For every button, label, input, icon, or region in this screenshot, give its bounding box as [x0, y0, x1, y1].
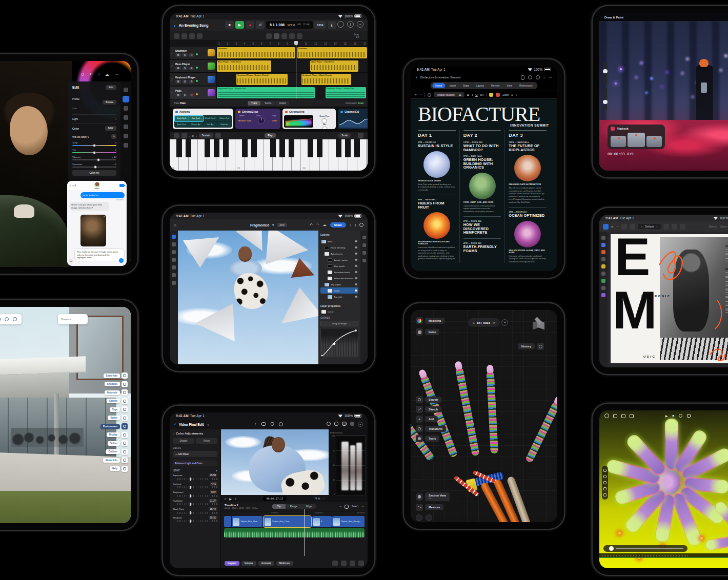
- decay-knob[interactable]: [321, 118, 327, 123]
- layer-row[interactable]: Noise blending: [320, 244, 358, 251]
- record-enable-button[interactable]: R: [189, 80, 194, 84]
- play-button[interactable]: ▶: [235, 21, 244, 29]
- record-enable-button[interactable]: R: [189, 53, 194, 57]
- track-pads[interactable]: 4 Pads MSR Keyboard Player - Simple Pad …: [170, 87, 368, 99]
- zoom-tool-icon[interactable]: [601, 293, 605, 297]
- power-icon[interactable]: [238, 111, 240, 113]
- browser-icon[interactable]: [334, 422, 338, 426]
- timeline-ruler[interactable]: 00:00:15 00:00:30 00:00:45: [221, 511, 368, 515]
- brightness-slider[interactable]: Brightness9.07: [173, 490, 217, 497]
- track-lane[interactable]: Keyboard Player - Broken Chords Keyboard…: [217, 73, 368, 86]
- region[interactable]: Drummer: [217, 47, 295, 58]
- track-header[interactable]: 1 Drummer MSR: [170, 47, 217, 59]
- solo-button[interactable]: S: [182, 80, 188, 84]
- cursor-tool-icon[interactable]: [621, 224, 627, 230]
- visibility-eye-icon[interactable]: [355, 296, 357, 298]
- record-enable-button[interactable]: R: [189, 67, 194, 70]
- color-mix-button[interactable]: Color mix: [72, 170, 116, 176]
- frame-thumbnail-current[interactable]: [628, 133, 645, 147]
- redo-icon[interactable]: ↷: [316, 223, 319, 227]
- shape-tool-icon[interactable]: [601, 272, 605, 276]
- mute-button[interactable]: M: [175, 93, 181, 97]
- layer-row[interactable]: Blue match: [320, 263, 358, 269]
- items-button[interactable]: Items: [416, 328, 439, 336]
- tab-insert[interactable]: Insert: [447, 83, 459, 88]
- curves-editor[interactable]: [320, 328, 358, 357]
- select-tool-icon[interactable]: [601, 236, 605, 240]
- transform-button[interactable]: Transform: [416, 425, 446, 432]
- masking-icon[interactable]: [124, 125, 128, 129]
- piano-keyboard[interactable]: C2 C3 C4: [170, 139, 368, 171]
- help-button[interactable]: Help: [110, 466, 128, 472]
- move-tool-icon[interactable]: [172, 235, 176, 239]
- preset-button[interactable]: Synth Pluck: [175, 122, 189, 128]
- presets-icon[interactable]: [124, 88, 128, 92]
- numbered-list-icon[interactable]: ≡: [516, 93, 518, 96]
- messages-window[interactable]: ‹ Joyce we've landed on Delivered Great!…: [67, 181, 127, 266]
- versions-icon[interactable]: [124, 143, 128, 148]
- history-icon[interactable]: [362, 259, 366, 262]
- curve-line[interactable]: [321, 328, 358, 357]
- crop-tool-icon[interactable]: [601, 279, 605, 283]
- color-section[interactable]: Color: [72, 127, 79, 130]
- minimize-icon[interactable]: −: [358, 422, 363, 427]
- frame-thumbnail[interactable]: [611, 136, 626, 147]
- wb-value[interactable]: As shot: [77, 135, 86, 138]
- octave-down-icon[interactable]: ‹: [189, 134, 190, 137]
- comments-icon[interactable]: [362, 251, 366, 255]
- clone-tool-icon[interactable]: [172, 265, 176, 270]
- record-voiceover-icon[interactable]: [278, 422, 282, 426]
- settings-gear-icon[interactable]: [5, 317, 9, 321]
- undo-icon[interactable]: ↶: [415, 93, 417, 96]
- drag-on-image-button[interactable]: Drag on image: [320, 321, 358, 326]
- shadows-slider[interactable]: Shadows15.31: [173, 516, 217, 523]
- undo-icon[interactable]: ↶: [310, 223, 313, 227]
- visibility-eye-icon[interactable]: [355, 283, 357, 285]
- visibility-eye-icon[interactable]: [355, 259, 357, 261]
- fullwidth-keys-icon[interactable]: [358, 133, 363, 138]
- track-header[interactable]: 3 Keyboard Player MSR: [170, 73, 217, 86]
- layers-icon[interactable]: [603, 493, 606, 496]
- materials-icon[interactable]: [603, 475, 606, 478]
- text-tool-icon[interactable]: [601, 286, 605, 290]
- edit-icon[interactable]: [124, 97, 128, 101]
- more-icon[interactable]: ···: [353, 134, 356, 137]
- tools-button[interactable]: Tools: [416, 435, 446, 442]
- redo-icon[interactable]: ↷: [420, 93, 422, 96]
- lock-icon[interactable]: [613, 414, 617, 418]
- help-icon[interactable]: i: [347, 21, 354, 28]
- isolate-icon[interactable]: [416, 514, 422, 521]
- tab-references[interactable]: References: [516, 83, 536, 88]
- text-effects-icon[interactable]: aA: [480, 93, 484, 96]
- exposure-slider[interactable]: Exposure45.59: [173, 473, 217, 480]
- inspect-tab[interactable]: Inspect: [225, 561, 239, 566]
- light-section[interactable]: Light: [72, 117, 78, 120]
- clip[interactable]: Skyline_Blue_Backgr...: [332, 516, 365, 527]
- preset-button[interactable]: Bright Synth: [175, 116, 189, 121]
- camera-icon[interactable]: [679, 414, 682, 418]
- environment-button[interactable]: Environment: [100, 423, 128, 429]
- editors-icon[interactable]: [189, 33, 195, 39]
- blackpoint-slider[interactable]: Black Point15.44: [173, 507, 217, 514]
- multicam-tab[interactable]: Multicam: [276, 561, 293, 566]
- compose-field[interactable]: This might be the one! I made some quick…: [74, 248, 125, 261]
- pencil-icon[interactable]: [197, 33, 203, 39]
- back-icon[interactable]: ‹: [416, 75, 417, 80]
- mute-button[interactable]: M: [175, 80, 181, 84]
- lightbulb-icon[interactable]: [528, 75, 532, 79]
- app-icon[interactable]: [603, 224, 609, 230]
- octave-up-icon[interactable]: ›: [196, 134, 197, 137]
- search-icon[interactable]: [536, 75, 540, 79]
- styles-button[interactable]: Styles: [108, 415, 128, 421]
- animate-tab[interactable]: Animate: [258, 561, 274, 566]
- visibility-eye-icon[interactable]: [355, 289, 357, 292]
- mixer-view-icon[interactable]: [181, 33, 187, 39]
- layer-row-selected[interactable]: Curve: [320, 287, 358, 294]
- scale-button[interactable]: Scale: [338, 133, 351, 138]
- more-icon[interactable]: ···: [549, 75, 552, 80]
- share-icon[interactable]: ↑: [543, 75, 545, 80]
- connect-icon[interactable]: ∞: [339, 505, 341, 508]
- tab-draw[interactable]: Draw: [460, 83, 472, 88]
- filters-icon[interactable]: [362, 243, 366, 247]
- play-mode-button[interactable]: Play: [265, 133, 275, 138]
